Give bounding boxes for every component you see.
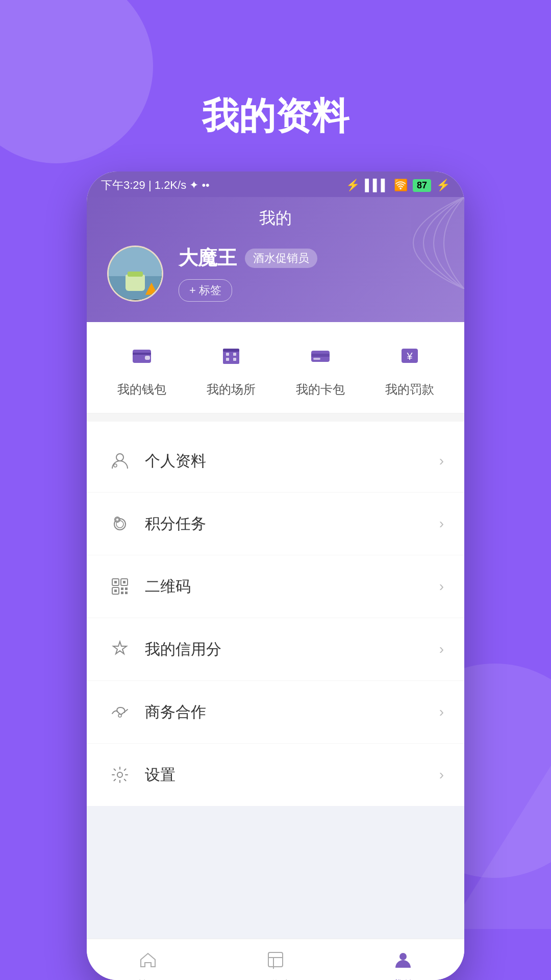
bg-decoration-triangle — [449, 766, 551, 929]
svg-rect-27 — [125, 587, 128, 590]
status-time-network: 下午3:29 | 1.2K/s ✦ •• — [101, 178, 210, 193]
divider — [87, 413, 464, 422]
chevron-right-icon-qrcode: › — [439, 578, 444, 595]
svg-rect-28 — [121, 592, 123, 594]
svg-rect-25 — [114, 590, 117, 592]
status-icons: ⚡ ▌▌▌ 🛜 87 ⚡ — [346, 179, 450, 192]
chevron-right-icon-settings: › — [439, 767, 444, 783]
chevron-right-icon-profile: › — [439, 453, 444, 469]
quick-item-venue[interactable]: 我的场所 — [207, 337, 256, 398]
svg-point-33 — [399, 953, 407, 960]
menu-item-business[interactable]: 商务合作 › — [87, 681, 464, 744]
svg-rect-5 — [233, 353, 236, 356]
svg-rect-11 — [313, 358, 320, 360]
wallet-icon — [123, 337, 160, 374]
person-icon — [107, 448, 133, 474]
nav-item-workbench[interactable]: 工作台 — [238, 949, 313, 980]
svg-rect-4 — [226, 353, 229, 356]
quick-item-fine[interactable]: ¥ 我的罚款 — [385, 337, 434, 398]
settings-icon — [107, 762, 133, 788]
menu-item-profile[interactable]: 个人资料 › — [87, 430, 464, 493]
svg-rect-26 — [121, 587, 123, 590]
bg-decoration-circle-top — [0, 0, 153, 163]
avatar — [107, 246, 163, 302]
nav-item-mine[interactable]: 我的 — [371, 949, 435, 980]
coins-icon — [107, 511, 133, 536]
quick-label-wallet: 我的钱包 — [117, 381, 166, 398]
svg-rect-10 — [311, 354, 330, 357]
chevron-right-icon-business: › — [439, 704, 444, 720]
quick-actions-bar: 我的钱包 我的场所 — [87, 322, 464, 413]
signal-icon: ▌▌▌ — [365, 179, 389, 192]
user-name: 大魔王 — [179, 245, 237, 271]
qrcode-icon — [107, 574, 133, 599]
battery-indicator: 87 — [413, 179, 431, 192]
quick-label-fine: 我的罚款 — [385, 381, 434, 398]
header-title: 我的 — [107, 207, 444, 230]
quick-item-wallet[interactable]: 我的钱包 — [117, 337, 166, 398]
mine-nav-icon — [393, 949, 413, 974]
menu-item-points[interactable]: 积分任务 › — [87, 493, 464, 555]
fine-icon: ¥ — [391, 337, 428, 374]
svg-text:¥: ¥ — [406, 351, 413, 362]
svg-rect-29 — [125, 592, 128, 594]
card-icon — [302, 337, 339, 374]
quick-label-venue: 我的场所 — [207, 381, 256, 398]
svg-rect-3 — [223, 350, 239, 364]
credit-icon — [107, 636, 133, 662]
menu-text-credit: 我的信用分 — [145, 639, 439, 660]
svg-rect-1 — [133, 353, 151, 355]
add-tag-button[interactable]: + 标签 — [179, 279, 232, 302]
menu-item-settings[interactable]: 设置 › — [87, 744, 464, 806]
content-spacer — [87, 806, 464, 939]
nav-label-workbench: 工作台 — [259, 977, 292, 980]
role-badge: 酒水促销员 — [245, 249, 317, 268]
menu-text-profile: 个人资料 — [145, 451, 439, 472]
svg-rect-6 — [226, 358, 229, 361]
nav-label-home: 首页 — [137, 977, 159, 980]
svg-point-31 — [117, 772, 122, 777]
svg-rect-21 — [114, 581, 117, 583]
profile-row: 大魔王 酒水促销员 + 标签 — [107, 245, 444, 302]
svg-point-15 — [114, 464, 117, 467]
menu-item-credit[interactable]: 我的信用分 › — [87, 618, 464, 681]
svg-rect-8 — [223, 349, 239, 352]
bottom-nav: 首页 工作台 我的 — [87, 939, 464, 980]
user-name-row: 大魔王 酒水促销员 — [179, 245, 444, 271]
handshake-icon — [107, 699, 133, 725]
chevron-right-icon-points: › — [439, 516, 444, 532]
svg-rect-7 — [233, 358, 236, 361]
bluetooth-icon: ⚡ — [346, 179, 360, 192]
home-nav-icon — [138, 949, 158, 974]
nav-label-mine: 我的 — [392, 977, 414, 980]
svg-rect-32 — [268, 952, 283, 967]
wifi-icon: 🛜 — [394, 179, 408, 192]
menu-text-business: 商务合作 — [145, 702, 439, 723]
profile-header: 我的 大魔王 酒水促销员 + 标签 — [87, 197, 464, 322]
menu-text-points: 积分任务 — [145, 513, 439, 534]
svg-rect-23 — [123, 581, 126, 583]
page-title: 我的资料 — [202, 92, 349, 141]
menu-text-qrcode: 二维码 — [145, 576, 439, 597]
profile-info: 大魔王 酒水促销员 + 标签 — [179, 245, 444, 302]
status-bar: 下午3:29 | 1.2K/s ✦ •• ⚡ ▌▌▌ 🛜 87 ⚡ — [87, 172, 464, 197]
svg-point-14 — [116, 454, 123, 461]
nav-item-home[interactable]: 首页 — [116, 949, 180, 980]
charging-icon: ⚡ — [436, 179, 450, 192]
svg-rect-2 — [145, 356, 150, 360]
building-icon — [213, 337, 249, 374]
workbench-nav-icon — [265, 949, 286, 974]
menu-item-qrcode[interactable]: 二维码 › — [87, 555, 464, 618]
phone-frame: 下午3:29 | 1.2K/s ✦ •• ⚡ ▌▌▌ 🛜 87 ⚡ 我的 — [87, 172, 464, 980]
quick-item-card[interactable]: 我的卡包 — [296, 337, 345, 398]
avatar-image — [109, 247, 162, 300]
menu-text-settings: 设置 — [145, 765, 439, 786]
quick-label-card: 我的卡包 — [296, 381, 345, 398]
chevron-right-icon-credit: › — [439, 641, 444, 657]
menu-list: 个人资料 › 积分任务 › — [87, 430, 464, 806]
